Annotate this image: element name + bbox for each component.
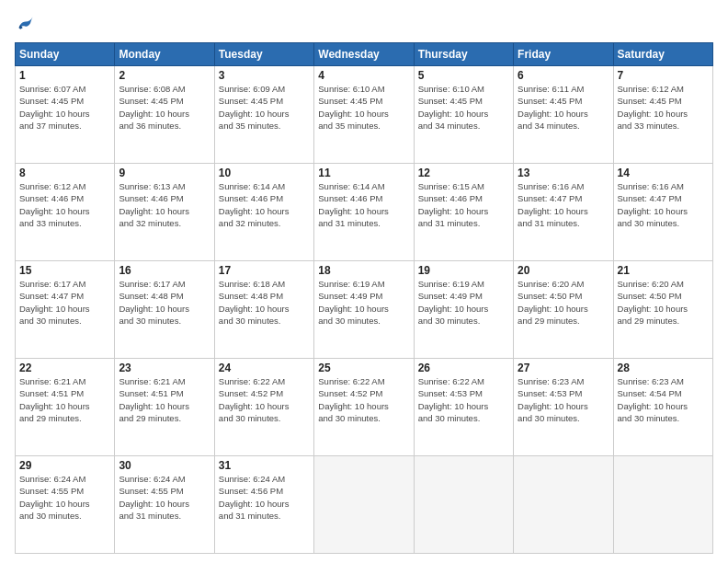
main-container: SundayMondayTuesdayWednesdayThursdayFrid… — [0, 0, 728, 563]
calendar-cell: 24Sunrise: 6:22 AMSunset: 4:52 PMDayligh… — [214, 359, 313, 456]
calendar-cell: 22Sunrise: 6:21 AMSunset: 4:51 PMDayligh… — [16, 359, 115, 456]
calendar-cell: 14Sunrise: 6:16 AMSunset: 4:47 PMDayligh… — [613, 164, 712, 261]
day-number: 3 — [219, 69, 310, 82]
day-info: Sunrise: 6:10 AMSunset: 4:45 PMDaylight:… — [418, 83, 509, 132]
logo-bird-icon — [17, 15, 35, 33]
calendar-header-sunday: Sunday — [16, 43, 115, 66]
calendar-week-row: 22Sunrise: 6:21 AMSunset: 4:51 PMDayligh… — [16, 359, 713, 456]
header — [15, 15, 713, 33]
day-info: Sunrise: 6:14 AMSunset: 4:46 PMDaylight:… — [318, 180, 409, 229]
calendar-cell — [514, 456, 613, 554]
calendar-cell: 31Sunrise: 6:24 AMSunset: 4:56 PMDayligh… — [214, 456, 313, 554]
day-number: 20 — [518, 264, 609, 277]
day-info: Sunrise: 6:23 AMSunset: 4:54 PMDaylight:… — [618, 375, 709, 424]
day-info: Sunrise: 6:22 AMSunset: 4:52 PMDaylight:… — [318, 375, 409, 424]
day-info: Sunrise: 6:07 AMSunset: 4:45 PMDaylight:… — [19, 83, 110, 132]
day-number: 13 — [518, 167, 609, 179]
calendar-cell: 2Sunrise: 6:08 AMSunset: 4:45 PMDaylight… — [115, 66, 214, 164]
calendar-cell: 15Sunrise: 6:17 AMSunset: 4:47 PMDayligh… — [16, 261, 115, 359]
day-info: Sunrise: 6:14 AMSunset: 4:46 PMDaylight:… — [219, 180, 310, 229]
day-info: Sunrise: 6:15 AMSunset: 4:46 PMDaylight:… — [418, 180, 509, 229]
day-info: Sunrise: 6:24 AMSunset: 4:55 PMDaylight:… — [119, 473, 210, 522]
day-info: Sunrise: 6:24 AMSunset: 4:56 PMDaylight:… — [219, 473, 310, 522]
day-number: 10 — [219, 167, 310, 179]
day-number: 22 — [19, 362, 110, 374]
calendar-cell: 26Sunrise: 6:22 AMSunset: 4:53 PMDayligh… — [414, 359, 513, 456]
day-number: 9 — [119, 167, 210, 179]
day-number: 14 — [618, 167, 709, 179]
day-info: Sunrise: 6:24 AMSunset: 4:55 PMDaylight:… — [19, 473, 110, 522]
calendar-cell: 28Sunrise: 6:23 AMSunset: 4:54 PMDayligh… — [613, 359, 712, 456]
calendar-cell: 6Sunrise: 6:11 AMSunset: 4:45 PMDaylight… — [514, 66, 613, 164]
calendar-cell: 29Sunrise: 6:24 AMSunset: 4:55 PMDayligh… — [16, 456, 115, 554]
calendar-cell: 21Sunrise: 6:20 AMSunset: 4:50 PMDayligh… — [613, 261, 712, 359]
day-info: Sunrise: 6:08 AMSunset: 4:45 PMDaylight:… — [119, 83, 210, 132]
calendar-cell: 10Sunrise: 6:14 AMSunset: 4:46 PMDayligh… — [214, 164, 313, 261]
day-info: Sunrise: 6:23 AMSunset: 4:53 PMDaylight:… — [518, 375, 609, 424]
calendar-cell: 12Sunrise: 6:15 AMSunset: 4:46 PMDayligh… — [414, 164, 513, 261]
calendar-cell: 30Sunrise: 6:24 AMSunset: 4:55 PMDayligh… — [115, 456, 214, 554]
calendar-header-friday: Friday — [514, 43, 613, 66]
day-number: 30 — [119, 459, 210, 472]
day-info: Sunrise: 6:17 AMSunset: 4:47 PMDaylight:… — [19, 278, 110, 327]
day-info: Sunrise: 6:12 AMSunset: 4:45 PMDaylight:… — [618, 83, 709, 132]
calendar-week-row: 29Sunrise: 6:24 AMSunset: 4:55 PMDayligh… — [16, 456, 713, 554]
day-number: 21 — [618, 264, 709, 277]
day-number: 29 — [19, 459, 110, 472]
calendar-cell — [613, 456, 712, 554]
calendar-header-monday: Monday — [115, 43, 214, 66]
calendar-header-row: SundayMondayTuesdayWednesdayThursdayFrid… — [16, 43, 713, 66]
day-number: 5 — [418, 69, 509, 82]
calendar-cell: 23Sunrise: 6:21 AMSunset: 4:51 PMDayligh… — [115, 359, 214, 456]
day-number: 31 — [219, 459, 310, 472]
calendar-cell: 9Sunrise: 6:13 AMSunset: 4:46 PMDaylight… — [115, 164, 214, 261]
day-number: 1 — [19, 69, 110, 82]
day-number: 24 — [219, 362, 310, 374]
day-info: Sunrise: 6:21 AMSunset: 4:51 PMDaylight:… — [19, 375, 110, 424]
calendar-cell — [314, 456, 414, 554]
day-number: 4 — [318, 69, 409, 82]
day-number: 18 — [318, 264, 409, 277]
day-info: Sunrise: 6:20 AMSunset: 4:50 PMDaylight:… — [618, 278, 709, 327]
day-number: 17 — [219, 264, 310, 277]
day-info: Sunrise: 6:22 AMSunset: 4:53 PMDaylight:… — [418, 375, 509, 424]
day-info: Sunrise: 6:10 AMSunset: 4:45 PMDaylight:… — [318, 83, 409, 132]
calendar-cell: 13Sunrise: 6:16 AMSunset: 4:47 PMDayligh… — [514, 164, 613, 261]
day-info: Sunrise: 6:20 AMSunset: 4:50 PMDaylight:… — [518, 278, 609, 327]
calendar-cell — [414, 456, 513, 554]
day-number: 16 — [119, 264, 210, 277]
logo — [15, 15, 35, 33]
day-number: 26 — [418, 362, 509, 374]
calendar-cell: 16Sunrise: 6:17 AMSunset: 4:48 PMDayligh… — [115, 261, 214, 359]
calendar-cell: 3Sunrise: 6:09 AMSunset: 4:45 PMDaylight… — [214, 66, 313, 164]
day-info: Sunrise: 6:19 AMSunset: 4:49 PMDaylight:… — [418, 278, 509, 327]
day-info: Sunrise: 6:11 AMSunset: 4:45 PMDaylight:… — [518, 83, 609, 132]
day-number: 2 — [119, 69, 210, 82]
calendar-cell: 19Sunrise: 6:19 AMSunset: 4:49 PMDayligh… — [414, 261, 513, 359]
day-info: Sunrise: 6:21 AMSunset: 4:51 PMDaylight:… — [119, 375, 210, 424]
calendar-cell: 17Sunrise: 6:18 AMSunset: 4:48 PMDayligh… — [214, 261, 313, 359]
calendar-cell: 1Sunrise: 6:07 AMSunset: 4:45 PMDaylight… — [16, 66, 115, 164]
calendar-header-saturday: Saturday — [613, 43, 712, 66]
day-number: 12 — [418, 167, 509, 179]
calendar-cell: 4Sunrise: 6:10 AMSunset: 4:45 PMDaylight… — [314, 66, 414, 164]
calendar-header-tuesday: Tuesday — [214, 43, 313, 66]
day-number: 28 — [618, 362, 709, 374]
day-number: 7 — [618, 69, 709, 82]
calendar-week-row: 8Sunrise: 6:12 AMSunset: 4:46 PMDaylight… — [16, 164, 713, 261]
calendar-cell: 5Sunrise: 6:10 AMSunset: 4:45 PMDaylight… — [414, 66, 513, 164]
day-number: 11 — [318, 167, 409, 179]
calendar-cell: 11Sunrise: 6:14 AMSunset: 4:46 PMDayligh… — [314, 164, 414, 261]
calendar-header-thursday: Thursday — [414, 43, 513, 66]
day-number: 6 — [518, 69, 609, 82]
calendar-cell: 27Sunrise: 6:23 AMSunset: 4:53 PMDayligh… — [514, 359, 613, 456]
calendar-cell: 20Sunrise: 6:20 AMSunset: 4:50 PMDayligh… — [514, 261, 613, 359]
day-number: 23 — [119, 362, 210, 374]
calendar-cell: 8Sunrise: 6:12 AMSunset: 4:46 PMDaylight… — [16, 164, 115, 261]
calendar-cell: 25Sunrise: 6:22 AMSunset: 4:52 PMDayligh… — [314, 359, 414, 456]
day-number: 19 — [418, 264, 509, 277]
day-info: Sunrise: 6:19 AMSunset: 4:49 PMDaylight:… — [318, 278, 409, 327]
day-info: Sunrise: 6:12 AMSunset: 4:46 PMDaylight:… — [19, 180, 110, 229]
day-number: 27 — [518, 362, 609, 374]
calendar-header-wednesday: Wednesday — [314, 43, 414, 66]
